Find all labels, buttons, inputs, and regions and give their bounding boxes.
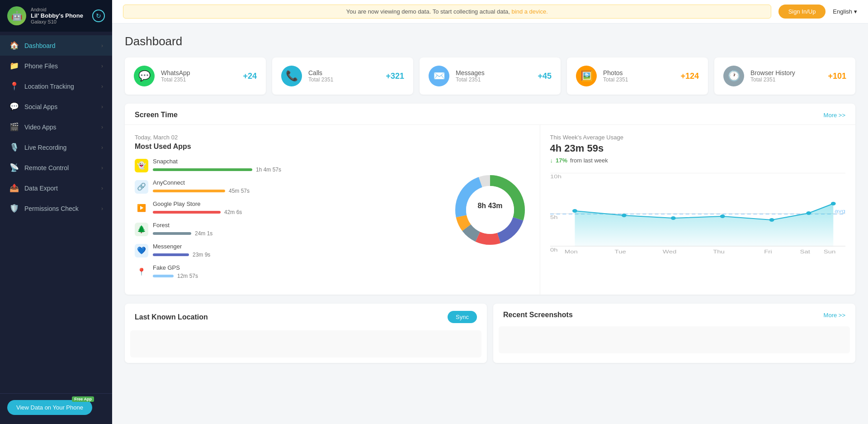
stat-card-calls: 📞 Calls Total 2351 +321 (272, 57, 413, 95)
nav-icon-live-recording: 🎙️ (9, 143, 19, 152)
change-arrow-icon: ↓ (550, 157, 553, 164)
chart-dot-sat (806, 211, 811, 215)
sidebar-item-location-tracking[interactable]: 📍 Location Tracking › (0, 76, 112, 96)
nav-arrow-video-apps: › (101, 124, 103, 130)
sidebar-item-video-apps[interactable]: 🎬 Video Apps › (0, 117, 112, 137)
nav-arrow-social-apps: › (101, 104, 103, 110)
apps-list: 👻 Snapchat 1h 4m 57s 🔗 AnyConnect 45m 57… (135, 158, 430, 279)
stat-icon-2: ✉️ (429, 66, 449, 86)
screen-time-title: Screen Time (135, 111, 178, 119)
language-selector[interactable]: English ▾ (833, 8, 857, 15)
app-time-2: 42m 6s (224, 209, 242, 215)
apps-heading: Most Used Apps (135, 143, 430, 151)
sidebar-item-phone-files[interactable]: 📁 Phone Files › (0, 56, 112, 76)
stat-change-4: +101 (828, 71, 846, 81)
nav-icon-dashboard: 🏠 (9, 41, 19, 50)
sync-icon[interactable]: ↻ (92, 10, 105, 22)
app-time-4: 23m 9s (193, 252, 210, 258)
svg-text:5h: 5h (550, 214, 558, 220)
demo-text: You are now viewing demo data. To start … (346, 8, 510, 15)
svg-text:Wed: Wed (662, 249, 676, 254)
screen-time-more-link[interactable]: More >> (824, 112, 845, 119)
app-icon-2: ▶️ (135, 201, 148, 215)
dashboard-content: Dashboard 💬 WhatsApp Total 2351 +24 📞 Ca… (112, 24, 868, 374)
sidebar-item-remote-control[interactable]: 📡 Remote Control › (0, 157, 112, 178)
app-bar-3 (153, 232, 191, 235)
app-row-3: 🌲 Forest 24m 1s (135, 222, 430, 237)
app-bar-4 (153, 253, 189, 256)
bottom-row: Last Known Location Sync Recent Screensh… (125, 304, 855, 363)
nav-icon-video-apps: 🎬 (9, 122, 19, 132)
screenshots-more-link[interactable]: More >> (824, 312, 845, 319)
chart-dot-mon (572, 209, 577, 213)
app-time-5: 12m 57s (177, 273, 198, 279)
screen-time-header: Screen Time More >> (125, 104, 855, 125)
nav-icon-social-apps: 💬 (9, 102, 19, 111)
app-detail-3: Forest 24m 1s (153, 222, 430, 237)
app-detail-1: AnyConnect 45m 57s (153, 179, 430, 194)
nav-arrow-dashboard: › (101, 43, 103, 49)
app-icon-0: 👻 (135, 159, 148, 172)
sidebar-item-data-export[interactable]: 📤 Data Export › (0, 178, 112, 198)
sidebar-item-dashboard[interactable]: 🏠 Dashboard › (0, 35, 112, 56)
nav-label-dashboard: Dashboard (24, 42, 96, 49)
app-row-4: 💙 Messenger 23m 9s (135, 243, 430, 258)
sidebar-item-social-apps[interactable]: 💬 Social Apps › (0, 96, 112, 117)
stat-total-0: Total 2351 (161, 76, 236, 83)
app-time-0: 1h 4m 57s (256, 167, 281, 173)
app-detail-4: Messenger 23m 9s (153, 243, 430, 258)
stat-icon-4: 🕐 (723, 66, 744, 86)
svg-text:Fri: Fri (764, 249, 772, 254)
stat-name-4: Browser History (750, 69, 821, 76)
stat-total-1: Total 2351 (308, 76, 379, 83)
app-detail-5: Fake GPS 12m 57s (153, 264, 430, 279)
stat-name-2: Messages (456, 69, 531, 76)
chart-dot-fri (769, 218, 774, 222)
nav-label-video-apps: Video Apps (24, 124, 96, 131)
nav-arrow-data-export: › (101, 185, 103, 191)
signin-button[interactable]: Sign In/Up (778, 5, 826, 19)
weekly-change: ↓ 17% from last week (550, 157, 846, 164)
weekly-label: This Week's Average Usage (550, 134, 846, 141)
sidebar: 🤖 Android Lil' Bobby's Phone Galaxy S10 … (0, 0, 112, 424)
nav-arrow-permissions-check: › (101, 205, 103, 212)
demo-notice: You are now viewing demo data. To start … (123, 5, 771, 19)
nav-label-remote-control: Remote Control (24, 164, 96, 172)
view-btn-wrap: Free App View Data on Your Phone (7, 400, 92, 415)
stat-info-1: Calls Total 2351 (308, 69, 379, 83)
screen-time-body: Today, March 02 Most Used Apps 👻 Snapcha… (125, 125, 855, 295)
svg-text:Tue: Tue (614, 249, 626, 254)
app-time-1: 45m 57s (229, 188, 250, 194)
page-title: Dashboard (125, 34, 855, 48)
chart-dot-thu (720, 214, 725, 218)
sidebar-item-live-recording[interactable]: 🎙️ Live Recording › (0, 137, 112, 157)
sidebar-item-permissions-check[interactable]: 🛡️ Permissions Check › (0, 198, 112, 219)
change-text: from last week (570, 157, 608, 164)
stat-total-3: Total 2351 (603, 76, 674, 83)
app-bar-2 (153, 211, 221, 214)
nav-label-phone-files: Phone Files (24, 62, 96, 70)
view-data-button[interactable]: View Data on Your Phone (7, 400, 92, 415)
nav-icon-data-export: 📤 (9, 183, 19, 193)
weekly-panel: This Week's Average Usage 4h 23m 59s ↓ 1… (540, 125, 856, 295)
nav-arrow-phone-files: › (101, 63, 103, 69)
app-row-1: 🔗 AnyConnect 45m 57s (135, 179, 430, 194)
stat-icon-3: 🖼️ (576, 66, 597, 86)
stat-change-2: +45 (538, 71, 552, 81)
donut-center-time: 8h 43m (477, 202, 502, 210)
nav-label-permissions-check: Permissions Check (24, 205, 96, 212)
svg-text:avg: avg (834, 208, 845, 214)
app-time-3: 24m 1s (195, 230, 212, 237)
bind-device-link[interactable]: bind a device. (512, 8, 548, 15)
location-title: Last Known Location (135, 313, 208, 321)
sync-button[interactable]: Sync (448, 311, 477, 323)
nav-arrow-location-tracking: › (101, 83, 103, 90)
nav-label-data-export: Data Export (24, 185, 96, 192)
app-bar-wrap-0: 1h 4m 57s (153, 167, 430, 173)
stat-info-3: Photos Total 2351 (603, 69, 674, 83)
stat-change-0: +24 (243, 71, 257, 81)
sidebar-footer: Free App View Data on Your Phone (0, 393, 112, 424)
screen-time-card: Screen Time More >> Today, March 02 Most… (125, 104, 855, 295)
nav-label-social-apps: Social Apps (24, 103, 96, 110)
app-icon-5: 📍 (135, 265, 148, 279)
